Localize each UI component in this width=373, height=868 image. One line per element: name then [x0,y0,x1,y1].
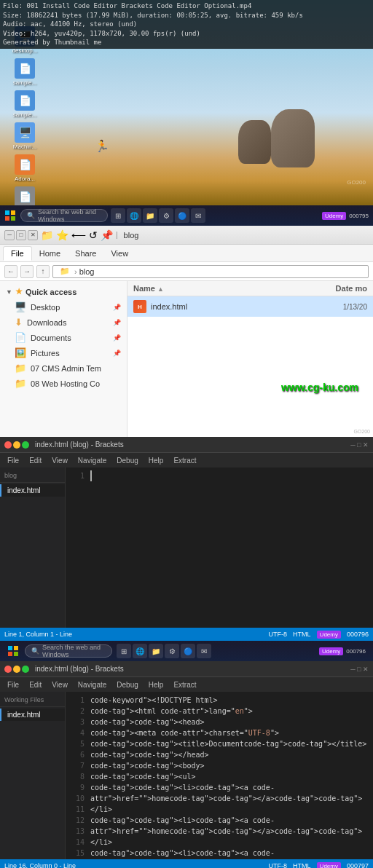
menu-debug-1[interactable]: Debug [112,455,142,466]
search-icon-2: 🔍 [31,647,39,655]
ribbon-tab-file[interactable]: File [3,246,32,261]
menu-file-2[interactable]: File [3,679,23,690]
taskbar-icon-4[interactable]: ⚙ [159,208,173,223]
line-num: 15 [66,848,85,859]
code-content-1[interactable] [87,467,373,628]
downloads-icon: ⬇ [15,317,23,328]
sidebar-item-pictures[interactable]: 🖼️ Pictures 📌 [0,345,127,360]
menu-view-2[interactable]: View [47,679,72,690]
start-button-2[interactable] [4,642,22,660]
desktop-icon-img-3: 🖥️ [15,122,35,143]
sidebar-item-downloads[interactable]: ⬇ Downloads 📌 [0,315,127,330]
menu-navigate-1[interactable]: Navigate [74,455,111,466]
sidebar-item-cms[interactable]: 📁 07 CMS Admin Tem [0,360,127,376]
sidebar-item-documents[interactable]: 📄 Documents 📌 [0,330,127,345]
taskbar-icon-2-5[interactable]: 🔵 [181,644,195,658]
code-content-2[interactable]: code-keyword"><!DOCTYPE html>code-tag"><… [87,692,373,859]
downloads-pin-icon: 📌 [113,319,121,326]
taskbar-icon-2-6[interactable]: ✉ [197,644,211,658]
start-button[interactable] [1,207,19,224]
desktop-icon-3[interactable]: 🖥️ Machin... [3,121,47,151]
code-line: code-tag">code-tag"><li>code-tag"><a cod… [90,815,370,848]
menu-extract-1[interactable]: Extract [169,455,200,466]
line-num: 5 [66,738,85,749]
menu-extract-2[interactable]: Extract [169,679,200,690]
brackets-close-1[interactable] [4,441,12,449]
minimize-button[interactable]: ─ [4,230,15,240]
taskbar-icon-1[interactable]: ⊞ [111,208,125,223]
brackets-close-2[interactable] [4,666,12,673]
sidebar-item-webhosting[interactable]: 📁 08 Web Hosting Co [0,376,127,391]
menu-edit-2[interactable]: Edit [25,679,46,690]
taskbar-icon-5[interactable]: 🔵 [175,208,189,223]
documents-icon: 📄 [15,332,26,343]
taskbar-search[interactable]: 🔍 Search the web and Windows [20,209,108,222]
menu-help-1[interactable]: Help [144,455,168,466]
video-info-line1: File: 001 Install Code Editor Brackets C… [3,1,370,11]
ribbon-tab-view[interactable]: View [103,247,136,260]
brackets-body-1: blog index.html 1 [0,467,373,628]
brackets-statusbar-2: Line 16, Column 0 - Line UTF-8 HTML Udem… [0,859,373,868]
status-line-col-2: Line 16, Column 0 - Line [4,862,76,868]
taskbar-icon-6[interactable]: ✉ [191,208,205,223]
status-mode-2: HTML [293,862,311,869]
line-num: 3 [66,717,85,727]
desktop-icon-4[interactable]: 📄 Adora... [3,153,47,184]
menu-navigate-2[interactable]: Navigate [74,679,111,690]
ribbon-tab-share[interactable]: Share [68,247,103,260]
maximize-button[interactable]: □ [16,230,26,240]
udemy-badge-2: Udemy [319,647,343,655]
desktop-icon-1[interactable]: 📄 sample... [3,57,47,87]
webhosting-folder-icon: 📁 [15,378,26,389]
sidebar-item-desktop[interactable]: 🖥️ Desktop 📌 [0,299,127,315]
desktop-icon-2[interactable]: 📄 sample... [3,89,47,119]
line-num: 7 [66,760,85,771]
taskbar-icon-2[interactable]: 🌐 [127,208,141,223]
file-name: index.html [151,302,292,311]
path-separator: | [116,231,118,239]
nav-up-button[interactable]: ↑ [36,265,50,278]
taskbar-right-2: Udemy 000796 [319,647,370,655]
brackets-title-2: index.html (blog) - Brackets [35,665,124,673]
brackets-file-tab-1[interactable]: index.html [0,484,65,497]
table-row[interactable]: H index.html 1/13/20 [127,296,373,317]
nav-forward-button[interactable]: → [20,265,34,278]
taskbar-icon-2-3[interactable]: 📁 [149,644,163,658]
brackets-min-1[interactable] [13,441,20,449]
nav-path-bar[interactable]: 📁 › blog [52,265,369,278]
brackets-editor-area-2[interactable]: 1234567891011121314151617 code-keyword">… [66,692,373,859]
desktop-icon-img-5: 📄 [15,186,35,207]
taskbar-icon-2-2[interactable]: 🌐 [133,644,147,658]
close-button[interactable]: ✕ [28,230,38,240]
taskbar-time-2: 000796 [346,648,366,655]
desktop-pin-icon: 📌 [113,304,121,311]
sidebar-webhosting-label: 08 Web Hosting Co [31,379,100,388]
brackets-file-tab-2[interactable]: index.html [0,709,65,721]
brackets-max-1[interactable] [22,441,29,449]
svg-rect-4 [8,646,12,650]
taskbar-icon-2-1[interactable]: ⊞ [117,644,131,658]
taskbar1: 🔍 Search the web and Windows ⊞ 🌐 📁 ⚙ 🔵 ✉… [0,205,373,226]
menu-edit-1[interactable]: Edit [25,455,46,466]
menu-debug-2[interactable]: Debug [112,679,142,690]
brackets-editor-area-1[interactable]: 1 [66,467,373,628]
nav-back-button[interactable]: ← [4,265,17,278]
explorer-sidebar: ▼ ★ Quick access 🖥️ Desktop 📌 ⬇ Download… [0,281,127,437]
file-list-header: Name ▲ Date mo [127,281,373,296]
menu-file-1[interactable]: File [3,455,23,466]
brackets-statusbar-1: Line 1, Column 1 - Line UTF-8 HTML Udemy… [0,628,373,641]
documents-pin-icon: 📌 [113,334,121,342]
taskbar-icon-3[interactable]: 📁 [143,208,157,223]
brackets-min-2[interactable] [13,666,20,673]
brackets-max-2[interactable] [22,666,29,673]
status-line-col-1: Line 1, Column 1 - Line [4,631,72,638]
taskbar-icon-2-4[interactable]: ⚙ [165,644,179,658]
quick-access-header[interactable]: ▼ ★ Quick access [0,284,127,299]
sidebar-cms-label: 07 CMS Admin Tem [31,364,101,373]
video-info-bar: File: 001 Install Code Editor Brackets C… [0,0,373,49]
menu-view-1[interactable]: View [47,455,72,466]
menu-help-2[interactable]: Help [144,679,168,690]
taskbar-search-2[interactable]: 🔍 Search the web and Windows [25,644,112,658]
brackets-controls-2 [4,666,29,673]
ribbon-tab-home[interactable]: Home [32,247,68,260]
